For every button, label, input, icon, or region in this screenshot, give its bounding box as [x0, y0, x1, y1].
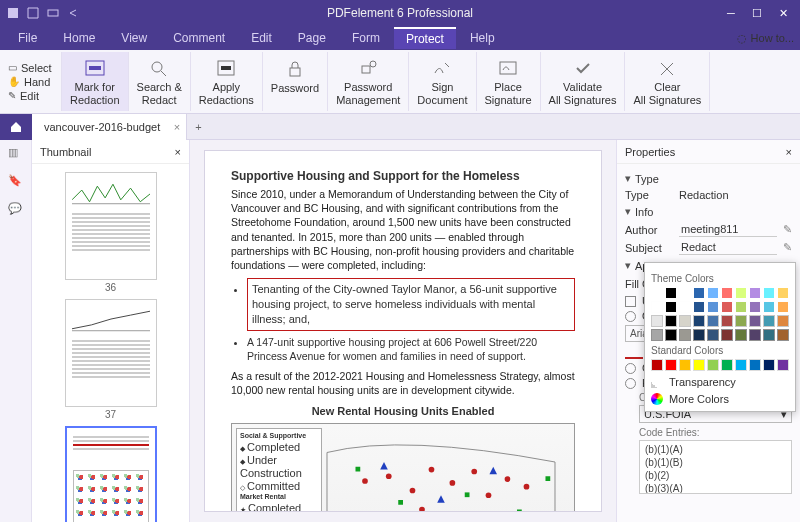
info-section-hdr[interactable]: ▾ Info — [625, 205, 792, 218]
edit-tool[interactable]: ✎ Edit — [8, 90, 57, 102]
validate-icon — [571, 57, 595, 79]
svg-rect-30 — [545, 476, 550, 481]
svg-point-14 — [429, 467, 435, 473]
titlebar: PDFelement 6 Professional ─ ☐ ✕ — [0, 0, 800, 26]
svg-point-12 — [386, 474, 392, 480]
maximize-button[interactable]: ☐ — [746, 4, 768, 22]
svg-point-18 — [505, 476, 511, 482]
menu-file[interactable]: File — [6, 28, 49, 48]
type-section-hdr[interactable]: ▾ Type — [625, 172, 792, 185]
clear-sigs-button[interactable]: ClearAll Signatures — [625, 52, 710, 111]
menu-form[interactable]: Form — [340, 28, 392, 48]
menu-page[interactable]: Page — [286, 28, 338, 48]
doc-tab[interactable]: vancouver-2016-budget× — [32, 114, 187, 140]
svg-rect-3 — [89, 66, 101, 70]
page-li2: A 147-unit supportive housing project at… — [247, 335, 575, 363]
edit-author-icon[interactable]: ✎ — [783, 223, 792, 236]
color-flyout: Theme Colors Standard Colors Transparenc… — [644, 262, 796, 412]
svg-point-17 — [486, 493, 492, 499]
svg-rect-8 — [362, 66, 370, 73]
howto-link[interactable]: ◌How to... — [737, 32, 794, 45]
edit-subject-icon[interactable]: ✎ — [783, 241, 792, 254]
menu-protect[interactable]: Protect — [394, 27, 456, 49]
svg-marker-32 — [437, 495, 445, 503]
svg-rect-27 — [465, 493, 470, 498]
svg-point-4 — [152, 62, 162, 72]
menu-home[interactable]: Home — [51, 28, 107, 48]
sign-icon — [430, 57, 454, 79]
use-overlay-checkbox[interactable] — [625, 296, 636, 307]
sign-document-button[interactable]: SignDocument — [409, 52, 476, 111]
print-icon[interactable] — [46, 6, 60, 20]
svg-point-16 — [471, 469, 477, 475]
svg-marker-33 — [489, 467, 497, 475]
close-thumbnails-icon[interactable]: × — [175, 146, 181, 158]
apply-redactions-button[interactable]: ApplyRedactions — [191, 52, 263, 111]
thumbnails-rail-icon[interactable]: ▥ — [8, 146, 24, 162]
home-tab-button[interactable] — [0, 114, 32, 140]
place-sig-icon — [496, 57, 520, 79]
overlay-text-radio[interactable] — [625, 311, 636, 322]
svg-point-15 — [450, 480, 456, 486]
svg-rect-28 — [517, 510, 522, 512]
comments-rail-icon[interactable]: 💬 — [8, 202, 24, 218]
menu-edit[interactable]: Edit — [239, 28, 284, 48]
page-content: Supportive Housing and Support for the H… — [204, 150, 602, 512]
redaction-selection[interactable]: Tenanting of the City-owned Taylor Manor… — [247, 278, 575, 331]
subject-field[interactable]: Redact — [679, 240, 777, 255]
author-field[interactable]: meeting811 — [679, 222, 777, 237]
theme-color-grid[interactable] — [651, 287, 789, 341]
ribbon: ▭ Select ✋ Hand ✎ Edit Mark forRedaction… — [0, 50, 800, 114]
quick-tools: ▭ Select ✋ Hand ✎ Edit — [4, 52, 62, 111]
custom-text-radio[interactable] — [625, 363, 636, 374]
search-redact-button[interactable]: Search &Redact — [129, 52, 191, 111]
save-icon[interactable] — [26, 6, 40, 20]
hand-tool[interactable]: ✋ Hand — [8, 76, 57, 88]
doc-tab-row: vancouver-2016-budget× + — [0, 114, 800, 140]
password-mgmt-icon — [356, 57, 380, 79]
select-tool[interactable]: ▭ Select — [8, 62, 57, 74]
close-button[interactable]: ✕ — [772, 4, 794, 22]
thumb-38[interactable]: 38 — [65, 426, 157, 522]
password-mgmt-button[interactable]: PasswordManagement — [328, 52, 409, 111]
redaction-code-radio[interactable] — [625, 378, 636, 389]
password-button[interactable]: Password — [263, 52, 328, 111]
svg-point-13 — [410, 488, 416, 494]
menu-help[interactable]: Help — [458, 28, 507, 48]
close-tab-icon[interactable]: × — [174, 121, 180, 133]
page-p2: As a result of the 2012-2021 Housing and… — [231, 369, 575, 397]
place-signature-button[interactable]: PlaceSignature — [477, 52, 541, 111]
validate-sigs-button[interactable]: ValidateAll Signatures — [541, 52, 626, 111]
thumbnail-title: Thumbnail — [40, 146, 91, 158]
menu-view[interactable]: View — [109, 28, 159, 48]
transparency-option[interactable]: Transparency — [651, 376, 789, 388]
app-title: PDFelement 6 Professional — [80, 6, 720, 20]
page-subheading: New Rental Housing Units Enabled — [231, 405, 575, 417]
bookmark-rail-icon[interactable]: 🔖 — [8, 174, 24, 190]
search-redact-icon — [147, 57, 171, 79]
menubar: File Home View Comment Edit Page Form Pr… — [0, 26, 800, 50]
mark-redaction-icon — [83, 57, 107, 79]
standard-color-grid[interactable] — [651, 359, 789, 371]
svg-marker-31 — [380, 462, 388, 470]
apply-redactions-icon — [214, 57, 238, 79]
side-rail: ▥ 🔖 💬 — [0, 140, 32, 522]
svg-rect-25 — [355, 467, 360, 472]
thumb-37[interactable]: 37 — [65, 299, 157, 420]
close-properties-icon[interactable]: × — [786, 146, 792, 158]
page-view[interactable]: Supportive Housing and Support for the H… — [190, 140, 616, 522]
minimize-button[interactable]: ─ — [720, 4, 742, 22]
menu-comment[interactable]: Comment — [161, 28, 237, 48]
thumb-36[interactable]: 36 — [65, 172, 157, 293]
mark-redaction-button[interactable]: Mark forRedaction — [62, 52, 129, 111]
code-entries-list[interactable]: (b)(1)(A) (b)(1)(B) (b)(2) (b)(3)(A) — [639, 440, 792, 494]
font-color-icon[interactable] — [625, 345, 643, 359]
page-p1: Since 2010, under a Memorandum of Unders… — [231, 187, 575, 272]
new-tab-button[interactable]: + — [187, 121, 209, 133]
page-map: Social & Supportive ◆ Completed ◆ Under … — [231, 423, 575, 512]
more-colors-option[interactable]: More Colors — [651, 393, 789, 405]
svg-rect-6 — [221, 66, 231, 70]
page-heading: Supportive Housing and Support for the H… — [231, 169, 575, 183]
undo-icon[interactable] — [66, 6, 80, 20]
thumbnail-panel: Thumbnail× 36 37 38 — [32, 140, 190, 522]
